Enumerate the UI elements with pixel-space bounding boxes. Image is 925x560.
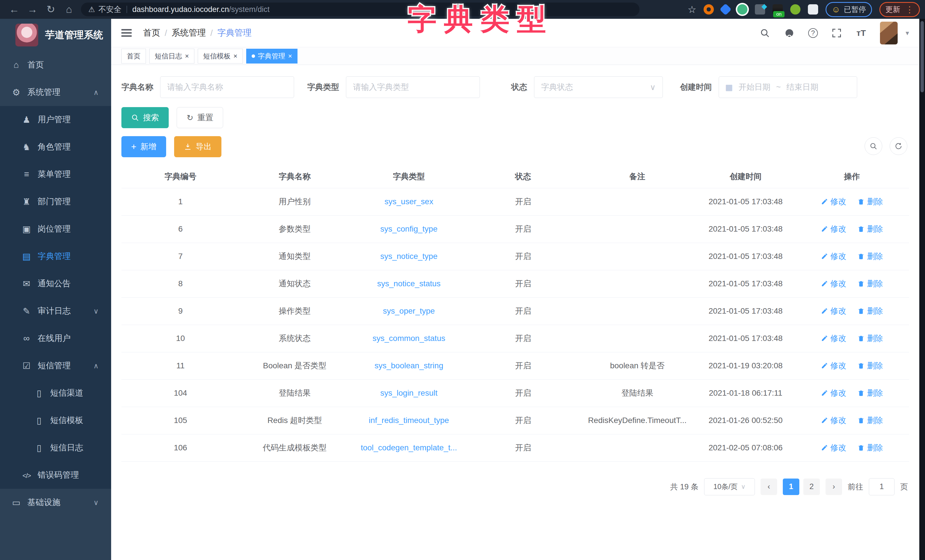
user-avatar[interactable] bbox=[880, 22, 898, 44]
delete-link[interactable]: 删除 bbox=[857, 251, 883, 262]
breadcrumb-item[interactable]: 首页 bbox=[143, 27, 172, 39]
edit-link[interactable]: 修改 bbox=[821, 196, 846, 207]
reset-button[interactable]: ↻ 重置 bbox=[177, 107, 223, 128]
delete-link[interactable]: 删除 bbox=[857, 224, 883, 235]
edit-link[interactable]: 修改 bbox=[821, 251, 846, 262]
github-icon[interactable] bbox=[783, 27, 795, 39]
edit-link[interactable]: 修改 bbox=[821, 443, 846, 453]
extension-icon[interactable]: on bbox=[773, 4, 783, 15]
toggle-search-icon-button[interactable] bbox=[865, 137, 882, 155]
edit-link-label: 修改 bbox=[830, 224, 846, 235]
help-icon[interactable]: ? bbox=[808, 28, 818, 38]
dict-type-link[interactable]: sys_common_status bbox=[350, 325, 468, 352]
export-button[interactable]: 导出 bbox=[174, 136, 221, 157]
sidebar-menu-item[interactable]: 角色管理 bbox=[0, 133, 111, 161]
sidebar-menu-item[interactable]: 岗位管理 bbox=[0, 215, 111, 243]
search-button[interactable]: 搜索 bbox=[121, 107, 169, 128]
extension-icon[interactable] bbox=[704, 4, 714, 15]
sidebar-menu-item[interactable]: 错误码管理 bbox=[0, 461, 111, 489]
delete-link[interactable]: 删除 bbox=[857, 388, 883, 399]
extension-icon[interactable] bbox=[720, 3, 732, 15]
sidebar-menu-item[interactable]: 首页 bbox=[0, 51, 111, 78]
search-icon[interactable] bbox=[759, 27, 771, 39]
delete-link[interactable]: 删除 bbox=[857, 443, 883, 453]
close-tab-icon[interactable]: × bbox=[185, 52, 189, 60]
breadcrumb-item[interactable]: 系统管理 bbox=[172, 27, 217, 39]
sidebar-menu-item[interactable]: 菜单管理 bbox=[0, 161, 111, 188]
sidebar-menu-item[interactable]: 短信模板 bbox=[0, 407, 111, 434]
page-number-button[interactable]: 2 bbox=[803, 479, 820, 495]
sidebar-menu-item[interactable]: 在线用户 bbox=[0, 325, 111, 352]
sidebar-menu-item[interactable]: 字典管理 bbox=[0, 243, 111, 270]
prev-page-button[interactable]: ‹ bbox=[761, 479, 777, 495]
edit-link[interactable]: 修改 bbox=[821, 388, 846, 399]
forward-arrow-icon[interactable]: → bbox=[23, 3, 42, 15]
dict-type-link[interactable]: inf_redis_timeout_type bbox=[350, 407, 468, 434]
caret-down-icon[interactable]: ▾ bbox=[905, 29, 909, 37]
close-tab-icon[interactable]: × bbox=[234, 52, 237, 60]
bookmark-star-icon[interactable]: ☆ bbox=[688, 4, 696, 15]
dict-type-link[interactable]: sys_notice_type bbox=[350, 243, 468, 270]
dict-type-link[interactable]: sys_oper_type bbox=[350, 297, 468, 325]
page-tab[interactable]: 首页 × bbox=[121, 49, 146, 63]
page-tab[interactable]: 短信模板 × bbox=[198, 49, 243, 63]
delete-link[interactable]: 删除 bbox=[857, 333, 883, 344]
sidebar-menu-item[interactable]: 短信管理 bbox=[0, 352, 111, 379]
delete-link[interactable]: 删除 bbox=[857, 415, 883, 426]
sidebar-menu-item[interactable]: 基础设施 bbox=[0, 489, 111, 516]
page-tab[interactable]: 字典管理 × bbox=[246, 49, 297, 63]
edit-link[interactable]: 修改 bbox=[821, 278, 846, 289]
font-size-icon[interactable]: тT bbox=[856, 27, 867, 39]
sidebar-menu-item[interactable]: 部门管理 bbox=[0, 188, 111, 215]
app-logo-row[interactable]: 芋道管理系统 bbox=[0, 19, 111, 51]
sidebar-menu-item[interactable]: 短信渠道 bbox=[0, 379, 111, 407]
dict-type-link[interactable]: sys_user_sex bbox=[350, 188, 468, 215]
hamburger-icon[interactable] bbox=[121, 32, 132, 34]
goto-page-input[interactable] bbox=[869, 478, 895, 495]
add-button[interactable]: + 新增 bbox=[121, 136, 166, 157]
extensions-puzzle-icon[interactable] bbox=[808, 4, 818, 15]
dict-type-link[interactable]: sys_boolean_string bbox=[350, 352, 468, 379]
sidebar-menu-item[interactable]: 审计日志 bbox=[0, 297, 111, 325]
profile-paused-badge[interactable]: ☺ 已暂停 bbox=[826, 2, 872, 17]
delete-link[interactable]: 删除 bbox=[857, 306, 883, 316]
next-page-button[interactable]: › bbox=[826, 479, 842, 495]
sidebar-menu-item[interactable]: 通知公告 bbox=[0, 270, 111, 297]
edit-link[interactable]: 修改 bbox=[821, 415, 846, 426]
chrome-update-button[interactable]: 更新 ⋮ bbox=[880, 2, 920, 17]
edit-link[interactable]: 修改 bbox=[821, 360, 846, 371]
dict-type-input[interactable] bbox=[346, 76, 480, 98]
address-bar[interactable]: ⚠ 不安全 dashboard.yudao.iocoder.cn/system/… bbox=[81, 3, 639, 16]
sidebar-menu-item[interactable]: 系统管理 bbox=[0, 78, 111, 106]
date-range-picker[interactable]: ▦ 开始日期 ~ 结束日期 bbox=[719, 76, 857, 98]
breadcrumb-item[interactable]: 字典管理 bbox=[217, 27, 252, 39]
edit-link[interactable]: 修改 bbox=[821, 333, 846, 344]
sidebar-menu-item[interactable]: 短信日志 bbox=[0, 434, 111, 461]
status-select[interactable]: 字典状态 ∨ bbox=[534, 76, 663, 98]
refresh-table-button[interactable] bbox=[890, 137, 907, 155]
close-tab-icon[interactable]: × bbox=[288, 52, 292, 60]
dict-type-link[interactable]: sys_login_result bbox=[350, 379, 468, 407]
delete-link[interactable]: 删除 bbox=[857, 278, 883, 289]
delete-link[interactable]: 删除 bbox=[857, 360, 883, 371]
extension-icon[interactable] bbox=[755, 4, 765, 15]
edit-link[interactable]: 修改 bbox=[821, 306, 846, 316]
sidebar-menu-item[interactable]: 用户管理 bbox=[0, 106, 111, 133]
page-size-select[interactable]: 10条/页 ∨ bbox=[704, 478, 755, 495]
home-icon[interactable]: ⌂ bbox=[60, 3, 78, 15]
edit-link[interactable]: 修改 bbox=[821, 224, 846, 235]
dict-name-input[interactable] bbox=[160, 76, 294, 98]
back-arrow-icon[interactable]: ← bbox=[5, 3, 23, 15]
dict-type-link[interactable]: sys_notice_status bbox=[350, 270, 468, 297]
fullscreen-icon[interactable] bbox=[831, 27, 842, 39]
reload-icon[interactable]: ↻ bbox=[42, 3, 60, 15]
page-number-button[interactable]: 1 bbox=[783, 479, 799, 495]
extension-icon[interactable] bbox=[737, 4, 747, 15]
dict-type-link[interactable]: tool_codegen_template_t... bbox=[350, 434, 468, 461]
page-tab[interactable]: 短信日志 × bbox=[149, 49, 194, 63]
kebab-menu-icon[interactable]: ⋮ bbox=[905, 5, 914, 15]
dict-type-link[interactable]: sys_config_type bbox=[350, 215, 468, 243]
scrollbar-thumb[interactable] bbox=[920, 21, 924, 92]
delete-link[interactable]: 删除 bbox=[857, 196, 883, 207]
extension-icon[interactable] bbox=[790, 4, 800, 15]
